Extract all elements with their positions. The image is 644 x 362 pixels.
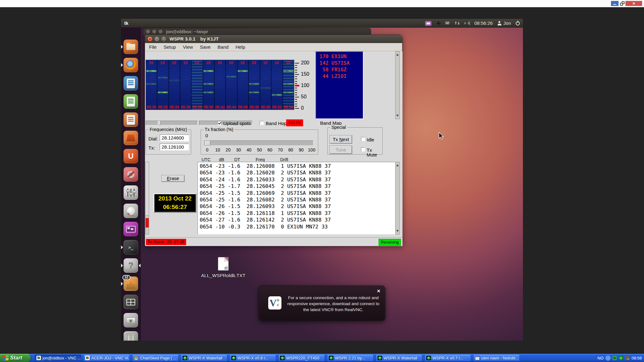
volume-muted-icon[interactable]: × <box>464 21 469 25</box>
band-label: 10 <box>172 60 176 65</box>
idle-checkbox[interactable] <box>361 137 365 141</box>
window-maximize-icon[interactable]: ▢ <box>161 36 166 41</box>
chrome-icon <box>134 356 138 360</box>
taskbar-button[interactable]: WSPR220_FT450 <box>278 354 325 361</box>
upload-spots-checkbox[interactable] <box>217 121 221 125</box>
menu-band[interactable]: Band <box>214 43 232 51</box>
tray-clock[interactable]: 08:56 <box>631 356 642 360</box>
band-hop-label[interactable]: Band Hop <box>266 121 287 126</box>
network-arrows-icon[interactable]: ↑↓ <box>454 21 460 25</box>
language-indicator[interactable]: NO <box>597 356 604 360</box>
scroll-down-icon[interactable] <box>396 115 399 118</box>
menu-file[interactable]: File <box>146 43 160 51</box>
scroll-up-icon[interactable] <box>396 52 399 56</box>
wspr-titlebar[interactable]: ✕ – ▢ WSPR 3.0.1 by K1JT <box>145 35 402 43</box>
vnc-server-tray-icon[interactable] <box>619 356 623 360</box>
panel-clock[interactable]: 08:56:26 <box>474 19 492 28</box>
waterfall-gain-slider[interactable] <box>146 121 198 125</box>
minimize-button[interactable] <box>611 1 619 6</box>
launcher-home-folder[interactable] <box>124 40 138 54</box>
tx-next-button[interactable]: Tx Next <box>330 135 352 144</box>
launcher-remote-desktop[interactable] <box>124 222 138 236</box>
launcher-trash[interactable] <box>124 331 138 341</box>
launcher-libreoffice-writer[interactable] <box>124 76 138 90</box>
start-button[interactable]: Start <box>0 354 31 362</box>
tray-status-icon[interactable] <box>625 356 629 360</box>
indicator-icon[interactable] <box>436 21 441 25</box>
file-icon[interactable] <box>218 257 229 271</box>
popup-message-line: responsive experience, download and conn… <box>286 301 380 307</box>
tray-collapse-icon[interactable]: ‹ <box>606 356 610 360</box>
taskbar-button[interactable]: WSPR 2.21 by... <box>327 354 374 361</box>
spots-scrollbar[interactable] <box>395 162 400 234</box>
launcher-audio-mixer[interactable] <box>124 185 138 200</box>
system-settings-icon <box>124 167 138 182</box>
launcher-system-settings[interactable] <box>124 167 138 182</box>
erase-button[interactable]: Erase <box>161 175 185 182</box>
window-minimize-icon[interactable]: – <box>154 36 159 41</box>
taskbar-button[interactable]: uten navn - Notisbl... <box>473 354 520 361</box>
tx-mute-label[interactable]: Tx Mute <box>367 148 382 157</box>
band-hop-checkbox[interactable] <box>260 121 264 125</box>
band-label: 10 <box>240 60 245 65</box>
launcher-libreoffice-impress[interactable] <box>124 112 138 127</box>
scrollbar-thumb[interactable] <box>146 162 149 216</box>
spot-row: 0654 -10 -0.3 28.126170 0 EX1UN MN72 33 <box>200 223 395 230</box>
power-gear-icon[interactable] <box>516 21 520 25</box>
popup-close-icon[interactable]: ✕ <box>377 288 380 293</box>
terminal-close-icon[interactable] <box>146 30 150 34</box>
launcher-usb-drive[interactable]: ψ <box>124 313 138 327</box>
menu-help[interactable]: Help <box>232 43 249 51</box>
terminal-minimize-icon[interactable] <box>152 30 156 34</box>
menu-setup[interactable]: Setup <box>160 43 179 51</box>
dial-frequency-field[interactable]: 28.124600 <box>160 134 189 141</box>
launcher-software-center[interactable] <box>124 131 138 145</box>
taskbar-button[interactable]: Chat/Sked Page | ... <box>132 354 179 361</box>
terminal-maximize-icon[interactable] <box>158 30 163 34</box>
left-scrollbar[interactable] <box>145 162 149 234</box>
terminal-window-titlebar[interactable]: jon@oldbox: ~/wspr <box>143 28 371 35</box>
taskbar-button[interactable]: ACER-JOJ - VNC Vi... <box>83 354 130 361</box>
band-label: 10 <box>217 60 222 65</box>
panel-user-name[interactable]: Jon <box>503 19 511 28</box>
close-button[interactable]: ✕ <box>625 1 642 6</box>
tx-frequency-field[interactable]: 28.126100 <box>160 144 189 151</box>
idle-label[interactable]: Idle <box>367 137 374 142</box>
launcher-workspace-switcher[interactable] <box>124 295 138 309</box>
restore-button[interactable] <box>620 1 625 6</box>
band-map-scrollbar[interactable] <box>395 51 400 119</box>
launcher-software-updater[interactable]: 12 <box>124 277 138 291</box>
volume-knob-icon <box>124 204 138 218</box>
launcher-help[interactable]: ? <box>124 258 138 273</box>
scroll-up-icon[interactable] <box>396 163 399 166</box>
screen-share-icon[interactable] <box>425 21 431 26</box>
taskbar-button[interactable]: WSPR-X Waterfall <box>181 354 227 361</box>
scroll-down-icon[interactable] <box>396 230 399 233</box>
panel-app-menu[interactable]: tk <box>124 19 128 28</box>
tx-fraction-slider[interactable] <box>204 140 314 146</box>
trash-icon <box>124 331 138 341</box>
launcher-ubuntu-one[interactable]: U <box>124 149 138 163</box>
menu-save[interactable]: Save <box>197 43 214 51</box>
signal-trace <box>203 83 214 85</box>
tune-button[interactable]: Tune <box>330 145 352 154</box>
launcher-firefox[interactable] <box>124 58 138 72</box>
taskbar-button[interactable]: WSPR-X v0.8 r... <box>230 354 276 361</box>
taskbar-button[interactable]: jon@oldbox - VNC ... <box>35 354 81 361</box>
spots-text-area[interactable]: 0654 -23 -1.6 28.126008 1 US7ISA KN88 37… <box>197 162 395 234</box>
menu-view[interactable]: View <box>179 43 196 51</box>
slider-handle[interactable] <box>158 121 161 125</box>
tx-mute-checkbox[interactable] <box>361 147 365 151</box>
upload-spots-label[interactable]: Upload spots <box>223 121 251 126</box>
desktop-file-icon[interactable]: ALL_WSPRoldb.TXT <box>178 257 269 278</box>
taskbar-button[interactable]: WSPR-X Waterfall <box>376 354 422 361</box>
mail-icon[interactable]: ✉ <box>445 21 449 26</box>
window-close-icon[interactable]: ✕ <box>147 36 153 41</box>
taskbar-button[interactable]: WSPR-X v0.7 r... <box>425 354 471 361</box>
launcher-libreoffice-calc[interactable] <box>124 94 138 109</box>
column-header-db: dB <box>219 157 224 162</box>
tray-app-icon[interactable] <box>613 356 617 360</box>
slider-handle[interactable] <box>205 141 210 145</box>
launcher-terminal[interactable]: >_ <box>124 240 138 255</box>
launcher-volume-knob[interactable] <box>124 204 138 218</box>
